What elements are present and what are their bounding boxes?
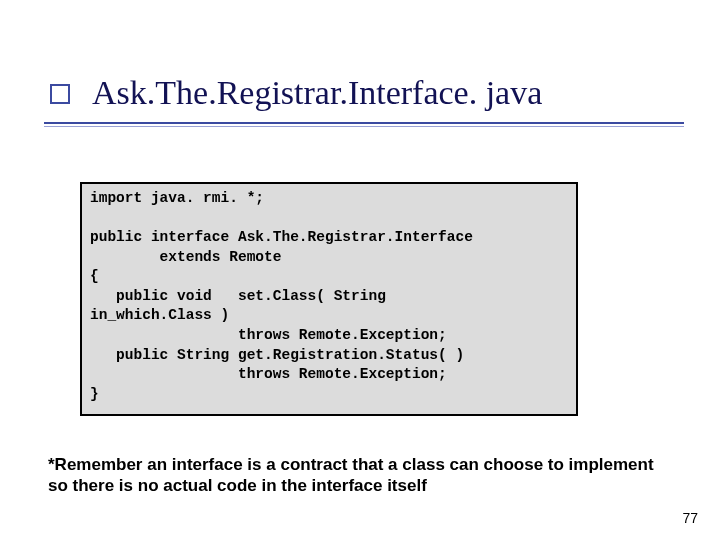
bullet-icon (50, 84, 70, 104)
slide: Ask.The.Registrar.Interface. java import… (0, 0, 720, 540)
slide-title: Ask.The.Registrar.Interface. java (92, 74, 680, 112)
title-underline (44, 122, 684, 124)
code-content: import java. rmi. *; public interface As… (90, 189, 568, 404)
title-underline-thin (44, 126, 684, 127)
page-number: 77 (682, 510, 698, 526)
title-block: Ask.The.Registrar.Interface. java (44, 74, 680, 112)
footer-note: *Remember an interface is a contract tha… (48, 454, 668, 497)
code-box: import java. rmi. *; public interface As… (80, 182, 578, 416)
